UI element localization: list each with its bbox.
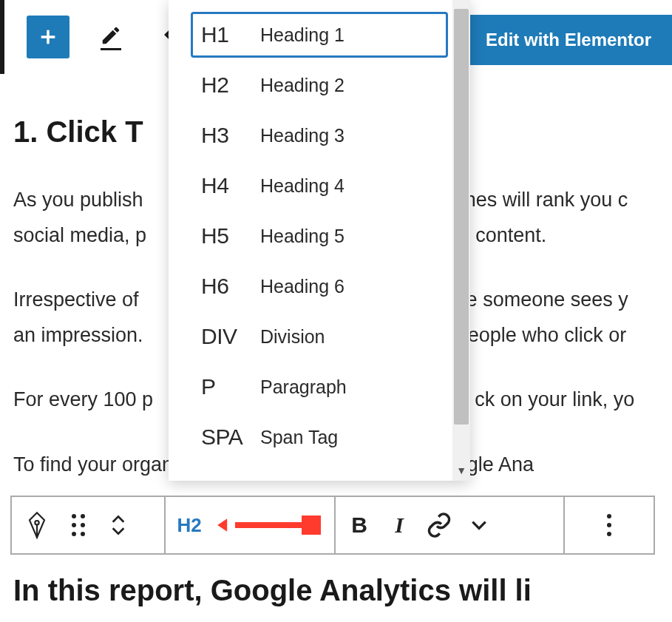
add-block-button[interactable] xyxy=(27,16,69,58)
scrollbar-down-icon[interactable]: ▼ xyxy=(456,464,466,476)
edit-button[interactable] xyxy=(96,24,126,50)
dropdown-item-h6[interactable]: H6 Heading 6 xyxy=(191,263,448,309)
dropdown-item-div[interactable]: DIV Division xyxy=(191,314,448,359)
text-fragment: For every 100 p xyxy=(13,388,153,410)
text-fragment: an impression. xyxy=(13,324,143,346)
dropdown-label: Heading 3 xyxy=(260,125,345,146)
dropdown-tag: H1 xyxy=(201,22,247,47)
drag-dots-icon xyxy=(72,514,85,536)
text-fragment: content. xyxy=(475,224,546,246)
italic-button[interactable]: I xyxy=(386,497,413,553)
block-toolbar: H2 B I xyxy=(10,496,655,555)
pen-nib-icon xyxy=(22,510,52,540)
dropdown-label: Span Tag xyxy=(260,427,338,448)
text-fragment: social media, p xyxy=(13,224,146,246)
dropdown-item-span[interactable]: SPA Span Tag xyxy=(191,414,448,460)
dropdown-tag: H2 xyxy=(201,72,247,98)
dropdown-tag: DIV xyxy=(201,324,247,349)
text-fragment: nes will rank you c xyxy=(465,189,628,211)
link-icon xyxy=(426,512,452,538)
pencil-icon xyxy=(100,24,122,47)
dropdown-list: H1 Heading 1 H2 Heading 2 H3 Heading 3 H… xyxy=(169,0,470,469)
heading-dropdown: H1 Heading 1 H2 Heading 2 H3 Heading 3 H… xyxy=(169,0,470,481)
block-type-button[interactable] xyxy=(22,497,52,553)
kebab-icon xyxy=(607,514,611,536)
edit-elementor-button[interactable]: Edit with Elementor xyxy=(465,15,672,65)
more-options-button[interactable] xyxy=(596,497,622,553)
dropdown-label: Heading 5 xyxy=(260,226,345,247)
arrow-left-red-icon xyxy=(216,515,235,535)
dropdown-label: Heading 1 xyxy=(260,24,345,46)
bold-button[interactable]: B xyxy=(346,497,373,553)
heading-level-button[interactable]: H2 xyxy=(176,497,203,553)
dropdown-label: Division xyxy=(260,326,325,348)
dropdown-tag: H6 xyxy=(201,274,247,299)
dropdown-item-h4[interactable]: H4 Heading 4 xyxy=(191,163,448,209)
text-fragment: ck on your link, yo xyxy=(475,388,634,410)
chevron-down-icon xyxy=(469,518,489,532)
dropdown-tag: SPA xyxy=(201,425,247,450)
dropdown-label: Heading 4 xyxy=(260,175,345,197)
dropdown-item-h5[interactable]: H5 Heading 5 xyxy=(191,213,448,259)
dropdown-tag: H3 xyxy=(201,123,247,148)
dropdown-label: Paragraph xyxy=(260,376,347,398)
dropdown-tag: H5 xyxy=(201,223,247,249)
link-button[interactable] xyxy=(426,497,452,553)
text-fragment: As you publish xyxy=(13,189,143,211)
red-square-icon xyxy=(302,515,321,535)
report-heading[interactable]: In this report, Google Analytics will li xyxy=(13,574,532,607)
dropdown-item-h1[interactable]: H1 Heading 1 xyxy=(191,12,448,58)
scrollbar-thumb[interactable] xyxy=(454,9,469,425)
pencil-underline xyxy=(101,48,121,50)
plus-icon xyxy=(38,27,58,47)
text-fragment: eople who click or xyxy=(468,324,627,346)
dropdown-label: Heading 2 xyxy=(260,75,345,96)
dropdown-tag: P xyxy=(201,374,247,399)
svg-point-2 xyxy=(35,521,38,524)
dropdown-item-h3[interactable]: H3 Heading 3 xyxy=(191,112,448,158)
text-fragment: e someone sees y xyxy=(466,288,628,311)
scrollbar-track[interactable]: ▼ xyxy=(452,0,470,481)
annotation-arrow xyxy=(216,497,321,553)
more-formatting-button[interactable] xyxy=(466,497,492,553)
drag-handle[interactable] xyxy=(65,497,92,553)
dropdown-item-h2[interactable]: H2 Heading 2 xyxy=(191,62,448,108)
dropdown-tag: H4 xyxy=(201,173,247,198)
chevron-down-icon xyxy=(110,526,126,536)
dropdown-label: Heading 6 xyxy=(260,276,345,297)
move-updown-button[interactable] xyxy=(105,497,132,553)
text-fragment: Irrespective of xyxy=(13,288,139,311)
dropdown-item-p[interactable]: P Paragraph xyxy=(191,364,448,410)
chevron-up-icon xyxy=(110,514,126,524)
